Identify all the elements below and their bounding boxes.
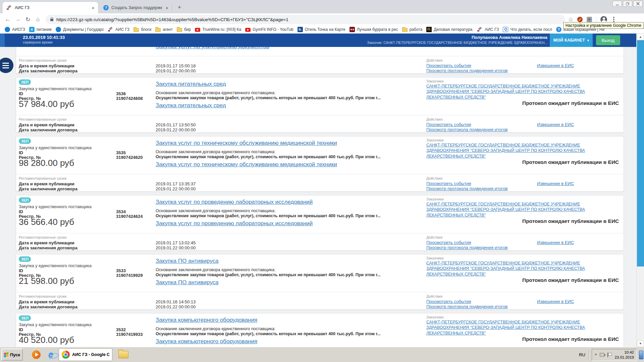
menu-toggle-button[interactable] — [0, 58, 13, 73]
customer-link[interactable]: САНКТ-ПЕТЕРБУРГСКОЕ ГОСУДАРСТВЕННОЕ БЮДЖ… — [426, 260, 616, 277]
device-tray-icon[interactable] — [600, 353, 604, 357]
purchase-title-link[interactable]: Закупка питательных сред — [156, 102, 226, 109]
eis-notice-link[interactable]: Извещение в ЕИС — [537, 299, 574, 304]
eis-notice-link[interactable]: Извещение в ЕИС — [537, 240, 574, 245]
bookmark-item[interactable]: Лучшая буррата в рес — [350, 27, 398, 32]
customers-label: Заказчики — [426, 138, 443, 142]
purchase-price: 98 280.00 руб — [19, 158, 74, 168]
bookmark-item[interactable]: GymFit INFO - YouTub — [245, 27, 293, 32]
language-indicator[interactable]: RU — [579, 352, 585, 357]
bookmark-item[interactable]: АИС ГЗ — [108, 27, 129, 32]
customer-link[interactable]: САНКТ-ПЕТЕРБУРГСКОЕ ГОСУДАРСТВЕННОЕ БЮДЖ… — [426, 201, 616, 218]
view-protocol-link[interactable]: Просмотр протокола подведения итогов — [426, 304, 508, 309]
view-events-link[interactable]: Просмотреть события — [426, 299, 471, 304]
profile-avatar[interactable] — [600, 16, 607, 23]
bookmark-item[interactable]: QЧто делать, если посл — [503, 27, 552, 32]
purchase-card: ЗЕП Закупка у единственного поставщика I… — [16, 254, 624, 310]
purchase-type: Закупка у единственного поставщика — [19, 263, 92, 268]
purchase-title-link[interactable]: Закупка ПО антивируса — [156, 279, 218, 286]
server-time-block: 23.01.2019 10:41:33 серверное время — [23, 35, 65, 44]
start-button[interactable]: Пуск — [1, 349, 23, 361]
basis-label: Основание заключения договора единственн… — [156, 208, 276, 213]
page-scrollbar[interactable]: ▲ ▼ — [636, 34, 644, 347]
contract-date-row: Дата заключения договора2019.01.22 00:00… — [19, 186, 77, 191]
extension-seal-icon[interactable] — [577, 17, 583, 22]
bookmark-item[interactable]: Документы | Государс — [56, 27, 104, 32]
view-events-link[interactable]: Просмотреть события — [426, 181, 471, 186]
publication-date-row: Дата и время публикации2019.01.16 14:50:… — [19, 299, 74, 304]
reload-button[interactable]: ↻ — [23, 16, 33, 23]
new-tab-button[interactable]: + — [175, 3, 184, 12]
bookmark-item[interactable]: АИСГЗ — [5, 27, 25, 32]
bookmark-item[interactable]: АИС ГЗ — [477, 27, 499, 32]
extension-icon[interactable] — [587, 17, 592, 22]
view-events-link[interactable]: Просмотреть события — [426, 63, 471, 68]
view-protocol-link[interactable]: Просмотр протокола подведения итогов — [426, 127, 508, 132]
bookmark-item[interactable]: TrueWine.ru: [003] Ка — [195, 27, 241, 32]
forward-button[interactable]: → — [13, 16, 23, 23]
tab-title: Создать Запрос поддержки - Порт — [111, 5, 162, 10]
customer-link[interactable]: САНКТ-ПЕТЕРБУРГСКОЕ ГОСУДАРСТВЕННОЕ БЮДЖ… — [426, 142, 616, 159]
close-icon[interactable]: × — [165, 5, 168, 10]
internet-explorer-icon[interactable]: e — [48, 350, 53, 359]
bookmark-item[interactable]: бир — [177, 27, 191, 32]
id-value: 3535 — [116, 150, 126, 155]
media-player-icon[interactable] — [32, 350, 41, 359]
view-protocol-link[interactable]: Просмотр протокола подведения итогов — [426, 186, 508, 191]
my-cabinet-button[interactable]: МОЙ КАБИНЕТ ▾ — [550, 34, 593, 47]
purchase-price: 21 598.00 руб — [19, 276, 74, 286]
scroll-down-button[interactable]: ▼ — [637, 340, 644, 347]
customer-link[interactable]: САНКТ-ПЕТЕРБУРГСКОЕ ГОСУДАРСТВЕННОЕ БЮДЖ… — [426, 83, 616, 100]
view-events-link[interactable]: Просмотреть события — [426, 122, 471, 127]
bookmark-item[interactable]: H.Деловая литература. — [426, 27, 473, 32]
terms-label: Регламентированные сроки — [19, 235, 66, 239]
tab-ais-gz[interactable]: АИС ГЗ × — [3, 2, 98, 13]
customer-link[interactable]: САНКТ-ПЕТЕРБУРГСКОЕ ГОСУДАРСТВЕННОЕ БЮДЖ… — [426, 319, 616, 336]
view-protocol-link[interactable]: Просмотр протокола подведения итогов — [426, 68, 508, 73]
purchase-title-link[interactable]: Закупка питательных сред — [156, 81, 226, 87]
gavel-icon — [7, 5, 12, 10]
purchase-title-link[interactable]: Закупка услуг по проведению лабораторных… — [156, 199, 313, 205]
close-window-button[interactable] — [633, 1, 643, 7]
view-events-link[interactable]: Просмотреть события — [426, 240, 471, 245]
bookmark-item[interactable]: B.Отель Точка на Карте — [298, 27, 345, 32]
card-divider — [16, 233, 624, 233]
purchase-title-link[interactable]: Закупка компьютерного оборудования — [156, 338, 257, 345]
bookmark-item[interactable]: блоги — [133, 27, 151, 32]
flag-tray-icon[interactable] — [607, 353, 611, 357]
id-row: ID3533 — [19, 268, 23, 273]
eis-notice-link[interactable]: Извещение в ЕИС — [537, 63, 574, 68]
address-bar[interactable]: https://223.gz-spb.ru/catalog/?supplier%… — [46, 15, 565, 24]
close-icon[interactable]: × — [92, 5, 95, 10]
folder-icon — [133, 28, 139, 32]
bookmark-item[interactable]: xпитание — [29, 27, 52, 32]
purchase-title-link[interactable]: Закупка услуг по техническому обслуживан… — [156, 161, 337, 168]
logout-button[interactable]: Выход — [596, 35, 620, 45]
tab-support-request[interactable]: ? Создать Запрос поддержки - Порт × — [99, 2, 172, 13]
user-name: Полупанова Анжелика Николаевна — [367, 35, 547, 40]
view-protocol-link[interactable]: Просмотр протокола подведения итогов — [426, 245, 508, 250]
bookmark-item[interactable]: работа — [402, 27, 423, 32]
explorer-folder-icon[interactable] — [118, 351, 128, 358]
chrome-task-button[interactable]: АИС ГЗ - Google Ch... — [59, 348, 112, 361]
eis-notice-link[interactable]: Извещение в ЕИС — [537, 122, 574, 127]
back-button[interactable]: ← — [3, 16, 13, 23]
scroll-up-button[interactable]: ▲ — [637, 34, 644, 40]
publication-date-value: 2019.01.16 14:50:13 — [156, 299, 196, 304]
purchase-title-link[interactable]: Закупка услуг по техническому обслуживан… — [156, 140, 337, 146]
scroll-thumb[interactable] — [637, 40, 644, 266]
show-desktop-button[interactable] — [639, 351, 643, 359]
basis-label: Основание заключения договора единственн… — [156, 90, 276, 95]
purchase-title-link[interactable]: Закупка ПО антивируса — [156, 258, 218, 264]
eis-notice-link[interactable]: Извещение в ЕИС — [537, 181, 574, 186]
chevron-up-icon[interactable]: ^ — [595, 353, 597, 357]
minimize-button[interactable] — [612, 1, 622, 7]
publication-date-value: 2019.01.17 13:50:50 — [156, 122, 196, 127]
bookmark-item[interactable]: агент — [155, 27, 173, 32]
restore-button[interactable] — [623, 1, 632, 7]
purchase-title-link[interactable]: Закупка услуг по проведению лабораторных… — [156, 220, 313, 227]
home-button[interactable]: ⌂ — [33, 16, 43, 23]
kebab-menu-icon[interactable] — [613, 19, 614, 20]
user-info-block: Полупанова Анжелика Николаевна Заказчик:… — [367, 35, 547, 45]
purchase-title-link[interactable]: Закупка компьютерного оборудования — [156, 317, 257, 323]
